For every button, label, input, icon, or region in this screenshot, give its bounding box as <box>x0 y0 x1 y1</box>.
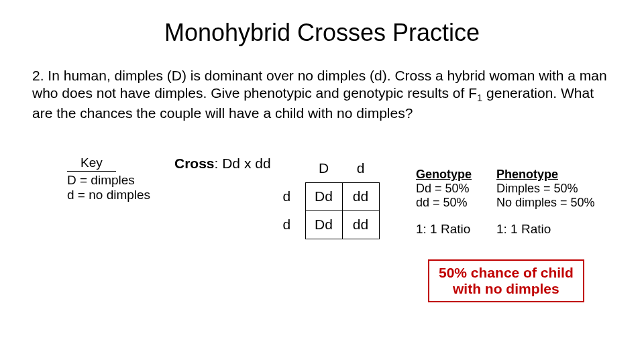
punnett-cell: Dd <box>305 210 342 239</box>
question-text: 2. In human, dimples (D) is dominant ove… <box>32 67 612 122</box>
phenotype-heading: Phenotype <box>496 168 610 182</box>
punnett-row-header: d <box>268 182 305 210</box>
key-line: D = dimples <box>67 173 150 188</box>
punnett-cell: dd <box>342 210 379 239</box>
page-title: Monohybrid Crosses Practice <box>0 19 644 47</box>
punnett-cell: Dd <box>305 182 342 210</box>
phenotype-ratio: 1: 1 Ratio <box>496 210 610 237</box>
key-line: d = no dimples <box>67 188 150 202</box>
key-block: Key D = dimples d = no dimples <box>67 156 150 202</box>
punnett-col-header: d <box>342 154 379 182</box>
key-heading: Key <box>67 156 116 172</box>
genotype-value: Dd = 50% dd = 50% <box>416 182 496 210</box>
punnett-cell: dd <box>342 182 379 210</box>
phenotype-value: Dimples = 50% No dimples = 50% <box>496 182 610 210</box>
genotype-ratio: 1: 1 Ratio <box>416 210 496 237</box>
punnett-col-header: D <box>305 154 342 182</box>
answer-box: 50% chance of child with no dimples <box>428 259 584 302</box>
results-block: Genotype Phenotype Dd = 50% dd = 50% Dim… <box>416 168 610 237</box>
punnett-row-header: d <box>268 210 305 239</box>
genotype-heading: Genotype <box>416 168 496 182</box>
punnett-square: D d d Dd dd d Dd dd <box>268 154 380 239</box>
cross-label: Cross: Dd x dd <box>174 156 271 172</box>
